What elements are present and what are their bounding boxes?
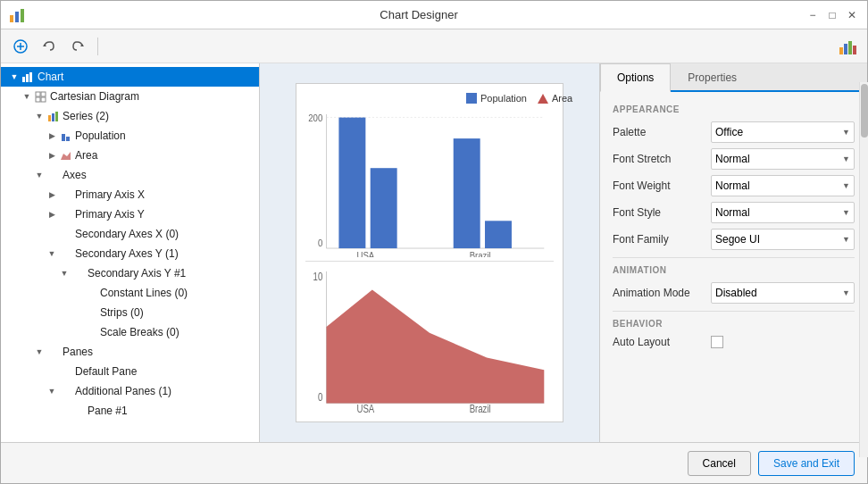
constant-lines-icon <box>83 286 97 300</box>
axis-y-icon <box>58 207 72 221</box>
tree-item-axes[interactable]: ▼ Axes <box>1 165 259 185</box>
tree-label-axes: Axes <box>63 169 87 181</box>
tree-item-cartesian[interactable]: ▼ Cartesian Diagram <box>1 87 259 106</box>
default-pane-icon <box>58 364 72 379</box>
select-animation-mode[interactable]: Disabled ▼ <box>711 282 855 304</box>
tree-item-pane1[interactable]: ▶ Pane #1 <box>1 401 259 421</box>
chart-container: Population Area 200 0 <box>296 83 563 422</box>
svg-text:Brazil: Brazil <box>470 403 491 413</box>
prop-row-palette: Palette Office ▼ <box>613 121 855 143</box>
chevron-down-icon-3: ▼ <box>842 181 850 190</box>
prop-row-auto-layout: Auto Layout <box>613 336 855 348</box>
save-exit-button[interactable]: Save and Exit <box>758 451 855 476</box>
svg-marker-40 <box>327 289 545 403</box>
expander-area[interactable]: ▶ <box>46 149 58 162</box>
expander-primary-x[interactable]: ▶ <box>46 188 58 201</box>
tab-properties[interactable]: Properties <box>671 63 754 92</box>
bottom-chart: 10 0 USA Brazil <box>305 265 554 413</box>
close-button[interactable]: ✕ <box>844 7 860 23</box>
chart-view-button[interactable] <box>835 34 860 59</box>
pane1-icon <box>71 404 85 418</box>
chevron-down-icon-6: ▼ <box>842 288 850 297</box>
expander-primary-y[interactable]: ▶ <box>46 208 58 221</box>
tree-item-strips[interactable]: ▶ Strips (0) <box>1 303 259 322</box>
minimize-button[interactable]: − <box>805 7 821 23</box>
axis-x-icon <box>58 188 72 202</box>
bars-icon <box>46 109 60 123</box>
svg-rect-30 <box>371 168 397 248</box>
tree-item-secondary-y[interactable]: ▼ Secondary Axes Y (1) <box>1 244 259 263</box>
checkbox-auto-layout[interactable] <box>711 336 723 348</box>
area-icon <box>58 148 72 163</box>
svg-text:0: 0 <box>318 390 322 402</box>
properties-content: APPEARANCE Palette Office ▼ Font Stretch… <box>600 92 867 442</box>
expander-axes[interactable]: ▼ <box>33 169 46 181</box>
chart-designer-window: Chart Designer − □ ✕ <box>0 0 868 484</box>
toolbar-separator <box>97 38 98 55</box>
add-button[interactable] <box>8 34 33 59</box>
tree-item-additional-panes[interactable]: ▼ Additional Panes (1) <box>1 381 259 401</box>
select-palette-value: Office <box>715 126 743 138</box>
strips-icon <box>83 305 97 320</box>
tree-label-secondary-y1: Secondary Axis Y #1 <box>88 267 186 280</box>
tree-label-chart: Chart <box>38 71 63 83</box>
undo-button[interactable] <box>37 34 62 59</box>
prop-row-font-stretch: Font Stretch Normal ▼ <box>613 148 855 170</box>
tabs-bar: Options Properties <box>600 63 867 92</box>
section-behavior-header: BEHAVIOR <box>613 319 855 329</box>
svg-rect-29 <box>338 117 365 248</box>
select-font-weight[interactable]: Normal ▼ <box>711 175 855 196</box>
tree-item-chart[interactable]: ▼ Chart <box>1 67 259 87</box>
tree-label-secondary-x: Secondary Axes X (0) <box>75 228 179 240</box>
tree-label-additional-panes: Additional Panes (1) <box>75 385 171 397</box>
svg-rect-20 <box>52 113 54 121</box>
tree-item-constant-lines[interactable]: ▶ Constant Lines (0) <box>1 283 259 303</box>
tree-label-population: Population <box>75 129 126 142</box>
tree-item-panes[interactable]: ▼ Panes <box>1 342 259 362</box>
prop-row-font-family: Font Family Segoe UI ▼ <box>613 229 855 250</box>
bottom-bar: Cancel Save and Exit <box>1 442 867 483</box>
expander-population[interactable]: ▶ <box>46 129 58 142</box>
tree-item-scale-breaks[interactable]: ▶ Scale Breaks (0) <box>1 322 259 342</box>
chevron-down-icon: ▼ <box>842 128 850 137</box>
tree-item-population[interactable]: ▶ Population <box>1 126 259 146</box>
tree-label-default-pane: Default Pane <box>75 365 137 378</box>
tree-item-primary-x[interactable]: ▶ Primary Axis X <box>1 185 259 204</box>
tree-label-primary-x: Primary Axis X <box>75 188 145 201</box>
svg-text:USA: USA <box>356 250 374 256</box>
tree-item-primary-y[interactable]: ▶ Primary Axis Y <box>1 204 259 224</box>
toolbar <box>1 29 867 63</box>
tree-view[interactable]: ▼ Chart ▼ <box>1 63 259 442</box>
svg-rect-9 <box>844 44 847 54</box>
select-font-family[interactable]: Segoe UI ▼ <box>711 229 855 250</box>
expander-cartesian[interactable]: ▼ <box>21 90 33 103</box>
tree-panel: ▼ Chart ▼ <box>1 63 260 442</box>
tree-item-secondary-y1[interactable]: ▼ Secondary Axis Y #1 <box>1 263 259 283</box>
select-palette[interactable]: Office ▼ <box>711 121 855 143</box>
legend-population: Population <box>466 93 527 104</box>
maximize-button[interactable]: □ <box>824 7 840 23</box>
tree-item-default-pane[interactable]: ▶ Default Pane <box>1 362 259 381</box>
tree-label-constant-lines: Constant Lines (0) <box>100 287 188 299</box>
svg-rect-23 <box>66 137 70 141</box>
cancel-button[interactable]: Cancel <box>688 451 751 476</box>
expander-panes[interactable]: ▼ <box>33 346 46 358</box>
expander-series[interactable]: ▼ <box>33 110 46 122</box>
window-title: Chart Designer <box>33 8 805 21</box>
expander-secondary-y1[interactable]: ▼ <box>58 267 71 280</box>
chevron-down-icon-2: ▼ <box>842 154 850 163</box>
select-font-style[interactable]: Normal ▼ <box>711 202 855 223</box>
select-font-stretch[interactable]: Normal ▼ <box>711 148 855 170</box>
tree-item-area[interactable]: ▶ Area <box>1 146 259 165</box>
tree-item-series[interactable]: ▼ Series (2) <box>1 106 259 126</box>
tree-item-secondary-x[interactable]: ▶ Secondary Axes X (0) <box>1 224 259 244</box>
svg-text:0: 0 <box>318 238 323 248</box>
expander-chart[interactable]: ▼ <box>8 71 21 83</box>
prop-row-font-weight: Font Weight Normal ▼ <box>613 175 855 196</box>
expander-additional-panes[interactable]: ▼ <box>46 385 58 397</box>
redo-button[interactable] <box>65 34 90 59</box>
expander-secondary-y[interactable]: ▼ <box>46 247 58 260</box>
tab-options[interactable]: Options <box>600 63 671 92</box>
label-font-family: Font Family <box>613 233 711 246</box>
svg-marker-24 <box>61 152 71 160</box>
